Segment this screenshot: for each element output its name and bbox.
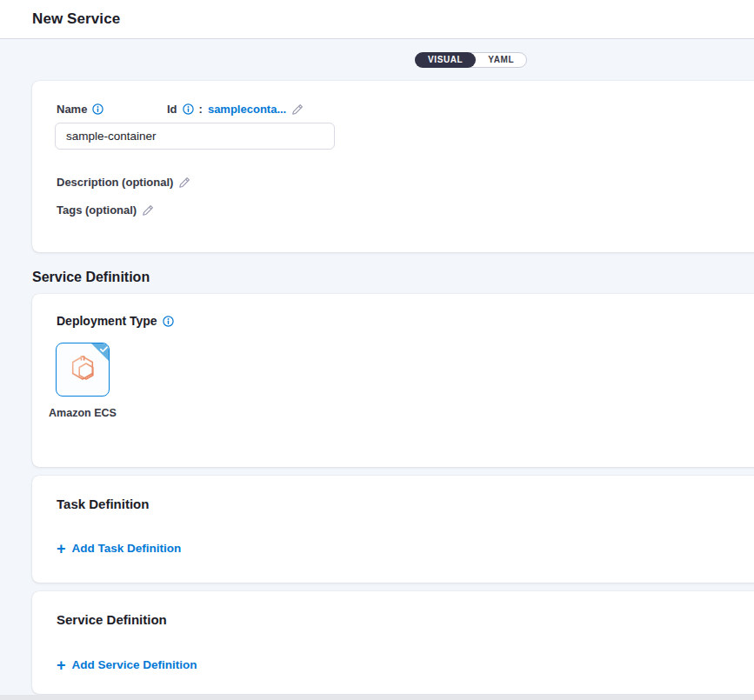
toggle-visual[interactable]: VISUAL <box>415 52 476 68</box>
deployment-type-label: Deployment Type <box>57 314 157 328</box>
page-title: New Service <box>32 10 120 28</box>
toggle-yaml[interactable]: YAML <box>476 53 526 67</box>
add-service-definition-button[interactable]: + Add Service Definition <box>57 658 197 671</box>
service-overview-card: Name Id : sampleconta... Description (op… <box>32 81 754 252</box>
id-label: Id <box>167 103 177 116</box>
tags-label: Tags (optional) <box>57 203 137 217</box>
plus-icon: + <box>57 543 66 555</box>
bottom-scroll-edge <box>0 695 754 700</box>
amazon-ecs-tile[interactable] <box>56 343 110 397</box>
description-row: Description (optional) <box>57 176 190 189</box>
service-name-input[interactable] <box>55 123 335 150</box>
edit-id-icon[interactable] <box>291 103 304 116</box>
service-definition-card: Service Definition + Add Service Definit… <box>32 591 754 694</box>
add-task-definition-button[interactable]: + Add Task Definition <box>57 542 181 555</box>
service-definition-section-title: Service Definition <box>32 270 150 285</box>
add-task-definition-label: Add Task Definition <box>72 542 182 555</box>
page-header: New Service <box>0 0 754 39</box>
description-label: Description (optional) <box>57 176 173 189</box>
amazon-ecs-tile-label: Amazon ECS <box>48 407 117 421</box>
name-info-icon[interactable] <box>92 103 103 115</box>
edit-tags-icon[interactable] <box>142 204 154 217</box>
plus-icon: + <box>57 659 66 671</box>
visual-yaml-toggle[interactable]: VISUAL YAML <box>415 52 527 68</box>
id-colon: : <box>199 103 203 116</box>
service-definition-title: Service Definition <box>57 612 167 627</box>
id-row: Id : sampleconta... <box>167 103 304 116</box>
edit-description-icon[interactable] <box>178 177 190 189</box>
deployment-type-card: Deployment Type Amazon ECS <box>32 294 754 467</box>
deployment-type-info-icon[interactable] <box>163 316 174 327</box>
task-definition-card: Task Definition + Add Task Definition <box>32 476 754 583</box>
id-info-icon[interactable] <box>183 103 194 115</box>
name-label-row: Name <box>57 103 103 116</box>
amazon-ecs-icon <box>68 353 97 386</box>
deployment-type-label-row: Deployment Type <box>57 314 174 328</box>
tags-row: Tags (optional) <box>57 203 154 217</box>
add-service-definition-label: Add Service Definition <box>72 658 197 671</box>
name-label: Name <box>57 103 87 116</box>
id-value-link[interactable]: sampleconta... <box>208 103 286 116</box>
task-definition-title: Task Definition <box>57 497 149 511</box>
check-icon <box>99 344 109 354</box>
